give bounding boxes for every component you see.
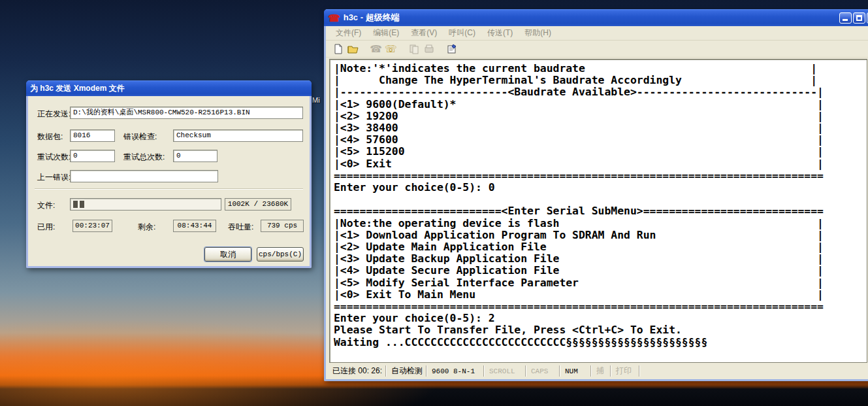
dialog-title: 为 h3c 发送 Xmodem 文件 [30, 83, 125, 94]
status-print: 打印 [612, 365, 639, 377]
status-num: NUM [561, 365, 591, 377]
terminal-statusbar: 已连接 00: 26: 自动检测 9600 8-N-1 SCROLL CAPS … [327, 364, 868, 378]
xmodem-dialog: 为 h3c 发送 Xmodem 文件 正在发送: D:\我的资料\桌面\MSR8… [26, 80, 312, 268]
open-connection-icon[interactable] [346, 42, 361, 56]
dialog-separator [35, 188, 303, 190]
status-scroll: SCROLL [485, 365, 526, 377]
maximize-button[interactable] [853, 12, 865, 24]
throughput-box: 739 cps [261, 220, 304, 232]
dialog-body: 正在发送: D:\我的资料\桌面\MSR800-CMW520-R2516P13.… [28, 96, 310, 268]
desktop-icon-label[interactable]: Mi [312, 96, 320, 104]
terminal-output-text: |Note:'*'indicates the current baudrate … [330, 59, 867, 348]
error-check-label: 错误检查: [123, 131, 157, 143]
status-baudrate: 9600 8-N-1 [428, 365, 484, 377]
sending-label: 正在发送: [37, 109, 71, 120]
hyperterminal-window: ☎ h3c - 超级终端 × 文件(F) 编辑(E) 查看(V) 呼叫(C) 传… [324, 9, 868, 381]
new-connection-icon[interactable] [330, 42, 346, 56]
disconnect-icon[interactable]: ☏ [383, 42, 398, 56]
last-error-field [70, 170, 218, 182]
file-size-box: 1002K / 23680K [225, 198, 291, 211]
menu-transfer[interactable]: 传送(T) [481, 25, 519, 41]
status-autodetect: 自动检测 [387, 365, 426, 377]
packet-field: 8016 [70, 129, 115, 142]
desktop: Mi ☎ h3c - 超级终端 × 文件(F) 编辑(E) 查看(V) 呼叫(C… [0, 0, 868, 406]
remaining-box: 08:43:44 [173, 220, 216, 232]
call-icon: ☎ [368, 42, 383, 56]
retries-label: 重试次数: [37, 152, 71, 163]
error-check-field: Checksum [173, 129, 303, 142]
status-connected: 已连接 00: 26: [329, 365, 386, 377]
last-error-label: 上一错误: [37, 172, 71, 183]
throughput-label: 吞吐量: [228, 222, 253, 233]
terminal-toolbar: ☎ ☏ [326, 41, 868, 58]
elapsed-label: 已用: [37, 222, 55, 233]
retries-field: 0 [70, 150, 115, 162]
file-progress-bar [70, 198, 221, 211]
terminal-window-title: h3c - 超级终端 [344, 12, 400, 24]
total-retries-label: 重试总次数: [123, 152, 165, 163]
menu-help[interactable]: 帮助(H) [519, 25, 557, 41]
terminal-screen[interactable]: |Note:'*'indicates the current baudrate … [329, 59, 867, 363]
cps-bps-button[interactable]: cps/bps(C) [257, 247, 304, 262]
total-retries-field: 0 [173, 150, 217, 162]
menu-view[interactable]: 查看(V) [405, 25, 443, 41]
status-capture: 捕 [592, 365, 611, 377]
dialog-titlebar[interactable]: 为 h3c 发送 Xmodem 文件 [26, 80, 312, 96]
terminal-menubar: 文件(F) 编辑(E) 查看(V) 呼叫(C) 传送(T) 帮助(H) [326, 26, 868, 41]
menu-edit[interactable]: 编辑(E) [367, 25, 405, 41]
properties-icon[interactable] [444, 42, 459, 56]
progress-block [80, 201, 84, 208]
hyperterminal-phone-icon: ☎ [328, 13, 340, 23]
send-file-icon [406, 42, 421, 56]
receive-file-icon [421, 42, 436, 56]
sending-field: D:\我的资料\桌面\MSR800-CMW520-R2516P13.BIN [70, 107, 303, 119]
status-caps: CAPS [527, 365, 560, 377]
menu-file[interactable]: 文件(F) [330, 25, 367, 41]
cancel-button[interactable]: 取消 [204, 247, 251, 262]
menu-call[interactable]: 呼叫(C) [443, 25, 481, 41]
remaining-label: 剩余: [138, 222, 155, 233]
minimize-button[interactable] [839, 12, 852, 24]
terminal-titlebar[interactable]: ☎ h3c - 超级终端 × [324, 9, 868, 26]
progress-block [73, 201, 78, 208]
elapsed-box: 00:23:07 [72, 220, 112, 232]
file-label: 文件: [37, 200, 55, 211]
packet-label: 数据包: [37, 131, 63, 143]
